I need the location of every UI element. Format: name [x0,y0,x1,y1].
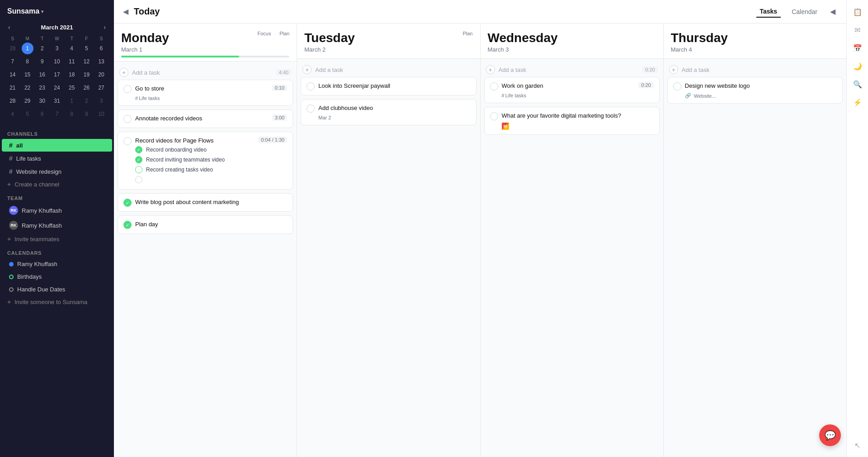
invite-sunsama-button[interactable]: + Invite someone to Sunsama [0,296,114,308]
cal-day-cell[interactable]: 31 [51,95,63,107]
task-check[interactable] [307,82,315,90]
cal-day-cell[interactable]: 5 [80,43,92,54]
collapse-icon[interactable]: ◀ [828,5,837,18]
cal-day-cell[interactable]: 9 [36,56,48,67]
cal-day-cell[interactable]: 6 [95,43,107,54]
back-button[interactable]: ◀ [123,7,128,16]
sidebar-calendar-1[interactable]: Birthdays [2,271,112,283]
cal-day-cell[interactable]: 8 [22,56,33,67]
sidebar-calendar-2[interactable]: Handle Due Dates [2,283,112,295]
task-check[interactable]: ✓ [123,199,132,207]
mini-calendar: ‹ March 2021 › SMTWTFS 28123456789101112… [0,19,114,126]
sidebar-team-member-1[interactable]: RKRamy Khuffash [2,218,112,233]
task-title: Work on garden [502,82,635,90]
cal-day-cell[interactable]: 1 [66,95,78,107]
task-check[interactable] [490,82,498,90]
task-check[interactable] [123,115,132,123]
sidebar-calendar-0[interactable]: Ramy Khuffash [2,258,112,270]
cal-day-cell[interactable]: 18 [66,69,78,81]
cal-day-cell[interactable]: 11 [66,56,78,67]
add-task-row[interactable]: +Add a task0:20 [484,62,660,77]
cal-days[interactable]: 2812345678910111213141516171819202122232… [5,42,108,120]
cal-day-cell[interactable]: 29 [22,95,33,107]
task-check[interactable] [123,85,132,93]
add-task-button[interactable]: + [119,68,128,77]
cal-day-cell[interactable]: 27 [95,82,107,94]
add-task-row[interactable]: +Add a task [301,62,476,77]
cal-day-cell[interactable]: 2 [36,43,48,54]
cal-day-cell[interactable]: 8 [66,108,78,120]
cal-day-name: M [20,35,35,42]
subtasks: ✓Record onboarding video✓Record inviting… [135,145,287,185]
website-icon: 🔗 [685,93,691,99]
cal-day-cell[interactable]: 4 [66,43,78,54]
cal-day-cell[interactable]: 15 [22,69,33,81]
add-task-button[interactable]: + [302,65,311,74]
task-meta: Mar 2 [318,115,470,120]
cal-day-cell[interactable]: 19 [80,69,92,81]
invite-teammates-button[interactable]: + Invite teammates [0,233,114,245]
brand[interactable]: Sunsama ▾ [0,0,114,19]
cal-day-cell[interactable]: 20 [95,69,107,81]
search-icon[interactable]: 🔍 [849,76,866,92]
sidebar-item-website-redesign[interactable]: #Website redesign [2,165,112,178]
cal-next-button[interactable]: › [101,23,108,32]
cal-day-cell[interactable]: 5 [22,108,33,120]
task-check[interactable] [490,112,498,120]
cal-day-cell[interactable]: 12 [80,56,92,67]
task-check[interactable] [123,137,132,145]
cal-day-cell[interactable]: 25 [66,82,78,94]
cal-day-cell[interactable]: 6 [36,108,48,120]
cal-day-cell[interactable]: 26 [80,82,92,94]
calendar-icon[interactable]: 📅 [849,40,866,56]
add-task-button[interactable]: + [669,65,678,74]
cal-day-cell[interactable]: 10 [51,56,63,67]
clipboard-icon[interactable]: 📋 [849,4,866,20]
sidebar-item-all[interactable]: #all [2,139,112,152]
moon-icon[interactable]: 🌙 [849,58,866,74]
subtask-check[interactable]: ✓ [135,146,142,153]
add-task-row[interactable]: +Add a task4:40 [118,65,293,80]
cal-day-cell[interactable]: 28 [7,43,19,54]
sidebar-team-member-0[interactable]: RKRamy Khuffash [2,203,112,218]
tab-tasks[interactable]: Tasks [756,6,781,18]
subtask-check[interactable] [135,166,142,173]
cal-day-cell[interactable]: 10 [95,108,107,120]
task-check[interactable] [673,82,681,90]
task-check[interactable]: ✓ [123,221,132,229]
cal-day-cell[interactable]: 28 [7,95,19,107]
focus-button[interactable]: Focus [257,31,271,36]
create-channel-button[interactable]: + Create a channel [0,178,114,190]
cal-day-cell[interactable]: 22 [22,82,33,94]
cal-day-cell[interactable]: 17 [51,69,63,81]
cal-day-cell[interactable]: 1 [22,43,33,54]
lightning-icon[interactable]: ⚡ [849,94,866,110]
cal-day-cell[interactable]: 16 [36,69,48,81]
cal-day-cell[interactable]: 23 [36,82,48,94]
cal-day-cell[interactable]: 4 [7,108,19,120]
cal-day-cell[interactable]: 9 [80,108,92,120]
plan-button[interactable]: Plan [279,31,289,36]
cal-day-cell[interactable]: 13 [95,56,107,67]
add-task-button[interactable]: + [486,65,495,74]
add-task-row[interactable]: +Add a task [667,62,843,77]
hash-icon: # [9,142,13,149]
cal-day-cell[interactable]: 7 [51,108,63,120]
cal-day-cell[interactable]: 3 [51,43,63,54]
sidebar-item-life-tasks[interactable]: #Life tasks [2,152,112,165]
subtask-check[interactable]: ✓ [135,156,142,163]
cal-day-cell[interactable]: 2 [80,95,92,107]
subtask-check-empty[interactable] [135,176,142,183]
mail-icon[interactable]: ✉ [849,22,866,38]
cal-day-cell[interactable]: 24 [51,82,63,94]
plan-button[interactable]: Plan [462,31,472,36]
cal-day-cell[interactable]: 21 [7,82,19,94]
chat-fab-button[interactable]: 💬 [819,424,841,446]
cal-day-cell[interactable]: 14 [7,69,19,81]
cal-day-cell[interactable]: 7 [7,56,19,67]
cal-day-cell[interactable]: 30 [36,95,48,107]
task-check[interactable] [307,105,315,113]
tab-calendar[interactable]: Calendar [788,6,821,17]
cal-day-cell[interactable]: 3 [95,95,107,107]
cal-prev-button[interactable]: ‹ [5,23,13,32]
